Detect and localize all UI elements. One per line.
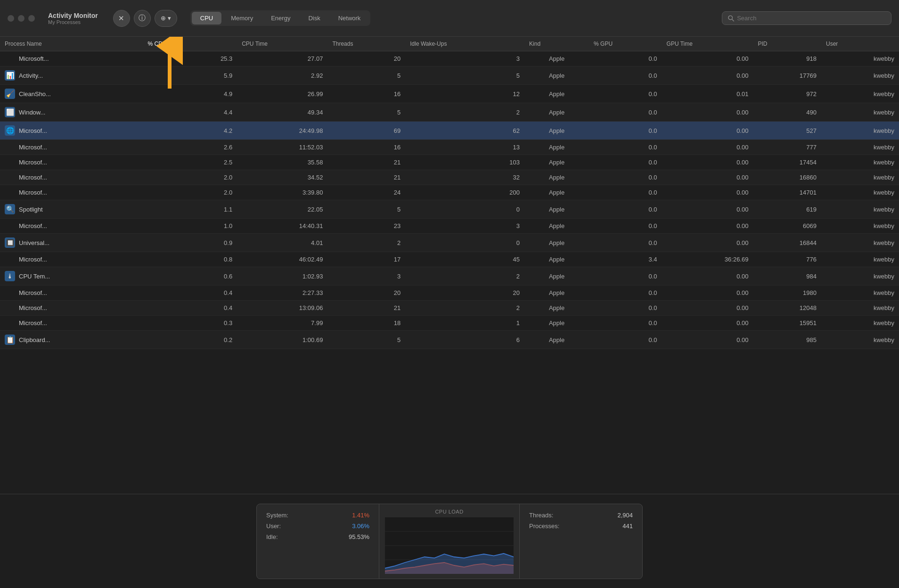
table-row[interactable]: Microsof...0.413:09.06212Apple0.00.00120…	[0, 301, 899, 316]
col-wakeups[interactable]: Idle Wake-Ups	[405, 37, 524, 51]
cell-kind: Apple	[524, 185, 589, 200]
search-input[interactable]	[737, 15, 885, 22]
table-row[interactable]: Microsof...1.014:40.31233Apple0.00.00606…	[0, 219, 899, 234]
stats-box: System: 1.41% User: 3.06% Idle: 95.53% C…	[256, 504, 643, 579]
table-row[interactable]: Microsof...2.611:52.031613Apple0.00.0077…	[0, 140, 899, 155]
minimize-button[interactable]	[18, 15, 25, 22]
table-row[interactable]: Microsof...0.42:27.332020Apple0.00.00198…	[0, 286, 899, 301]
cell-gputime: 0.00	[662, 331, 753, 349]
more-button[interactable]: ⊕ ▾	[155, 10, 177, 27]
cell-cpu: 2.5	[143, 155, 237, 170]
cell-cputime: 46:02.49	[237, 252, 327, 267]
table-row[interactable]: Microsoft...25.327.07203Apple0.00.00918k…	[0, 51, 899, 66]
cell-threads: 5	[327, 66, 405, 85]
process-icon: 🔍	[5, 204, 15, 214]
cell-threads: 16	[327, 85, 405, 103]
tab-network[interactable]: Network	[330, 12, 369, 24]
table-row[interactable]: 📋Clipboard...0.21:00.6956Apple0.00.00985…	[0, 331, 899, 349]
processes-value: 441	[622, 523, 633, 530]
cell-gpu: 0.0	[589, 140, 662, 155]
cell-gputime: 0.00	[662, 200, 753, 219]
cpu-load-label: CPU LOAD	[435, 509, 463, 514]
tab-cpu[interactable]: CPU	[192, 12, 221, 24]
cell-cputime: 1:00.69	[237, 331, 327, 349]
table-row[interactable]: Microsof...2.03:39.8024200Apple0.00.0014…	[0, 185, 899, 200]
title-text: Activity Monitor My Processes	[48, 12, 98, 25]
cell-pid: 985	[753, 331, 821, 349]
cell-gpu: 0.0	[589, 155, 662, 170]
table-row[interactable]: Microsof...0.846:02.491745Apple3.436:26.…	[0, 252, 899, 267]
tab-disk[interactable]: Disk	[300, 12, 328, 24]
table-row[interactable]: 🧹CleanSho...4.926.991612Apple0.00.01972k…	[0, 85, 899, 103]
info-button[interactable]: ⓘ	[134, 10, 151, 27]
cell-cputime: 22.05	[237, 200, 327, 219]
process-icon: 📋	[5, 335, 15, 345]
close-ctrl-button[interactable]: ✕	[113, 10, 130, 27]
cpu-graph	[385, 517, 514, 574]
cell-threads: 3	[327, 267, 405, 286]
table-row[interactable]: 🌡CPU Tem...0.61:02.9332Apple0.00.00984kw…	[0, 267, 899, 286]
col-gputime[interactable]: GPU Time	[662, 37, 753, 51]
user-value: 3.06%	[352, 523, 369, 530]
cell-gpu: 0.0	[589, 170, 662, 185]
cell-cputime: 26.99	[237, 85, 327, 103]
cell-kind: Apple	[524, 155, 589, 170]
table-row[interactable]: 🔲Universal...0.94.0120Apple0.00.0016844k…	[0, 234, 899, 252]
table-row[interactable]: Microsof...2.034.522132Apple0.00.0016860…	[0, 170, 899, 185]
cell-threads: 16	[327, 140, 405, 155]
cell-cpu: 4.4	[143, 103, 237, 122]
app-subtitle: My Processes	[48, 19, 98, 25]
close-button[interactable]	[8, 15, 14, 22]
cell-wakeups: 13	[405, 140, 524, 155]
col-process-name[interactable]: Process Name	[0, 37, 143, 51]
cell-gpu: 0.0	[589, 286, 662, 301]
table-row[interactable]: 🔍Spotlight1.122.0550Apple0.00.00619kwebb…	[0, 200, 899, 219]
cell-gpu: 0.0	[589, 51, 662, 66]
process-name: Clipboard...	[19, 336, 50, 343]
col-cputime[interactable]: CPU Time	[237, 37, 327, 51]
cell-wakeups: 2	[405, 301, 524, 316]
col-threads[interactable]: Threads	[327, 37, 405, 51]
cell-user: kwebby	[821, 234, 899, 252]
col-user[interactable]: User	[821, 37, 899, 51]
process-name: Microsof...	[19, 304, 47, 311]
process-name-cell: Microsof...	[5, 304, 139, 311]
cell-kind: Apple	[524, 103, 589, 122]
cell-user: kwebby	[821, 85, 899, 103]
cell-user: kwebby	[821, 331, 899, 349]
table-container[interactable]: Process Name % CPU ▼ CPU Time Threads Id…	[0, 37, 899, 494]
cell-cpu: 0.4	[143, 286, 237, 301]
maximize-button[interactable]	[28, 15, 35, 22]
cell-kind: Apple	[524, 122, 589, 140]
cell-gpu: 0.0	[589, 301, 662, 316]
col-cpu[interactable]: % CPU ▼	[143, 37, 237, 51]
cell-kind: Apple	[524, 219, 589, 234]
cell-threads: 21	[327, 170, 405, 185]
table-row[interactable]: Microsof...2.535.5821103Apple0.00.001745…	[0, 155, 899, 170]
table-row[interactable]: 🌐Microsof...4.224:49.986962Apple0.00.005…	[0, 122, 899, 140]
cell-cpu: 0.4	[143, 301, 237, 316]
tab-memory[interactable]: Memory	[222, 12, 262, 24]
cell-user: kwebby	[821, 185, 899, 200]
system-stat-row: System: 1.41%	[266, 512, 369, 519]
threads-label: Threads:	[529, 512, 553, 519]
col-kind[interactable]: Kind	[524, 37, 589, 51]
table-row[interactable]: ⬜Window...4.449.3452Apple0.00.00490kwebb…	[0, 103, 899, 122]
cell-cputime: 4.01	[237, 234, 327, 252]
col-gpu[interactable]: % GPU	[589, 37, 662, 51]
cell-kind: Apple	[524, 316, 589, 331]
tab-energy[interactable]: Energy	[262, 12, 299, 24]
system-label: System:	[266, 512, 288, 519]
process-name: Microsof...	[19, 319, 47, 327]
table-row[interactable]: Microsof...0.37.99181Apple0.00.0015951kw…	[0, 316, 899, 331]
cell-gpu: 0.0	[589, 185, 662, 200]
cell-pid: 16844	[753, 234, 821, 252]
titlebar-controls: ✕ ⓘ ⊕ ▾	[113, 10, 177, 27]
cell-kind: Apple	[524, 66, 589, 85]
stats-center: CPU LOAD	[379, 504, 520, 579]
cell-gputime: 0.00	[662, 316, 753, 331]
user-stat-row: User: 3.06%	[266, 523, 369, 530]
process-name-cell: Microsof...	[5, 289, 139, 296]
col-pid[interactable]: PID	[753, 37, 821, 51]
table-row[interactable]: 📊Activity...5.92.9255Apple0.00.0017769kw…	[0, 66, 899, 85]
